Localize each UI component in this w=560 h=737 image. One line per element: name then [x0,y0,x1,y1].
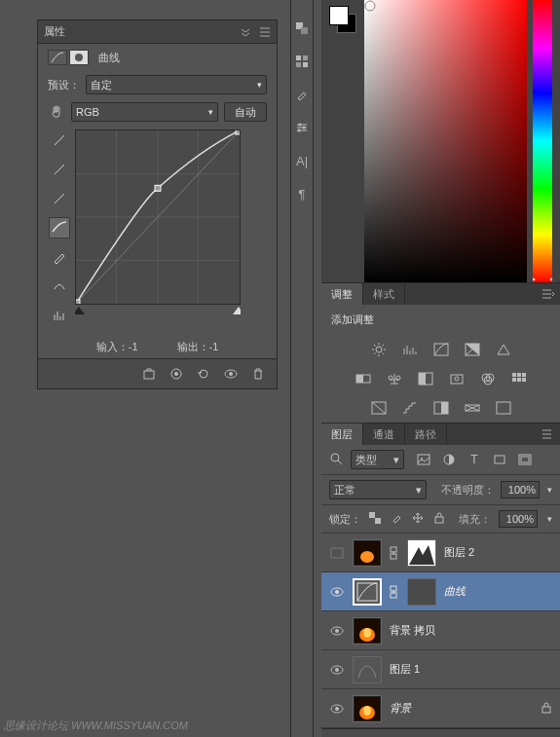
vibrance-icon[interactable] [494,341,513,358]
visibility-toggle[interactable] [329,584,345,600]
search-icon[interactable] [329,452,345,467]
threshold-icon[interactable] [431,399,451,417]
lock-paint-icon[interactable] [391,512,404,526]
photo-filter-icon[interactable] [447,370,467,387]
layer-name[interactable]: 图层 2 [444,545,474,560]
preset-select[interactable]: 自定 ▾ [86,75,267,94]
color-icon[interactable] [293,19,311,37]
opacity-input[interactable]: 100% [501,481,540,498]
histogram-icon[interactable] [49,305,70,326]
visibility-toggle[interactable] [329,662,345,678]
curves-graph[interactable] [75,129,241,305]
layer-name[interactable]: 曲线 [444,584,466,599]
filter-kind-select[interactable]: 类型▾ [351,450,404,469]
layer-thumbnail[interactable] [353,656,382,683]
trash-icon[interactable] [249,365,267,383]
tab-layers[interactable]: 图层 [321,424,363,445]
eyedropper-white-icon[interactable] [49,188,70,209]
visibility-icon[interactable] [222,365,240,383]
adjustment-thumbnail[interactable] [353,578,382,606]
clip-icon[interactable] [140,365,158,383]
chevron-down-icon[interactable]: ▾ [547,485,552,495]
color-balance-icon[interactable] [385,370,404,387]
channel-mixer-icon[interactable] [478,370,498,387]
eyedropper-gray-icon[interactable] [49,159,70,180]
layer-name[interactable]: 背景 拷贝 [390,623,435,638]
color-lookup-icon[interactable] [509,370,529,387]
preset-label: 预设： [48,78,80,92]
auto-button[interactable]: 自动 [224,102,267,122]
hand-icon[interactable] [48,103,65,121]
layer-thumbnail[interactable] [353,539,382,567]
mask-icon[interactable] [69,50,89,65]
smooth-icon[interactable] [49,276,70,297]
tab-adjustments[interactable]: 调整 [321,283,363,305]
character-icon[interactable]: A| [293,152,311,169]
panel-menu-icon[interactable] [537,283,560,305]
color-field[interactable] [364,0,527,282]
menu-icon[interactable] [259,26,271,38]
lock-transparent-icon[interactable] [369,512,383,526]
channel-select[interactable]: RGB ▾ [71,102,218,122]
mask-thumbnail[interactable] [407,539,436,567]
layer-thumbnail[interactable] [353,617,382,645]
tab-channels[interactable]: 通道 [363,424,405,445]
visibility-toggle[interactable] [329,623,345,639]
blend-mode-select[interactable]: 正常▾ [329,480,427,499]
chevron-down-icon[interactable]: ▾ [547,514,552,524]
brightness-icon[interactable] [369,341,389,358]
pencil-icon[interactable] [49,246,70,268]
layer-name[interactable]: 图层 1 [390,662,420,677]
visibility-toggle[interactable] [329,701,345,717]
lock-all-icon[interactable] [433,512,447,526]
bw-icon[interactable] [416,370,435,387]
curve-point-icon[interactable] [49,217,70,239]
filter-shape-icon[interactable] [492,452,507,467]
hue-slider[interactable] [533,0,552,282]
hue-icon[interactable] [354,370,373,387]
swatches-icon[interactable] [293,53,311,70]
adjust-icon[interactable] [293,119,311,136]
visibility-toggle[interactable] [329,545,345,561]
filter-pixel-icon[interactable] [416,452,431,467]
svg-rect-13 [144,371,154,379]
panel-menu-icon[interactable] [537,424,560,445]
filter-adjust-icon[interactable] [441,452,457,467]
curves-adj-icon[interactable] [431,341,451,358]
layer-name[interactable]: 背景 [390,701,411,716]
layer-row[interactable]: 背景 [321,689,560,728]
lock-position-icon[interactable] [412,512,426,526]
layer-thumbnail[interactable] [353,695,382,722]
panel-header: 属性 [38,20,277,44]
invert-icon[interactable] [369,399,389,417]
filter-smart-icon[interactable] [517,452,533,467]
input-slider[interactable] [75,305,241,326]
gradient-map-icon[interactable] [463,399,482,417]
selective-color-icon[interactable] [494,399,513,417]
layer-row[interactable]: 图层 2 [321,534,560,572]
svg-rect-102 [542,707,550,713]
svg-rect-9 [155,185,161,191]
layer-row[interactable]: 背景 拷贝 [321,611,560,650]
levels-icon[interactable] [400,341,420,358]
fill-input[interactable]: 100% [499,510,538,528]
posterize-icon[interactable] [400,399,420,417]
eyedropper-black-icon[interactable] [49,129,70,151]
tab-styles[interactable]: 样式 [363,283,405,305]
svg-point-98 [335,707,339,711]
exposure-icon[interactable] [463,341,482,358]
paragraph-icon[interactable]: ¶ [293,185,311,203]
filter-type-icon[interactable]: T [467,452,482,467]
svg-point-66 [331,454,339,461]
curves-icon[interactable] [48,50,67,65]
mask-thumbnail[interactable] [407,578,436,606]
foreground-swatch[interactable] [329,6,349,25]
layer-row[interactable]: 图层 1 [321,650,560,689]
collapse-icon[interactable] [240,26,251,38]
previous-icon[interactable] [168,365,185,383]
layer-row[interactable]: 曲线 [321,572,560,611]
brush-icon[interactable] [293,86,311,103]
tab-paths[interactable]: 路径 [405,424,447,445]
reset-icon[interactable] [195,365,212,383]
swatch-box[interactable] [329,6,356,33]
